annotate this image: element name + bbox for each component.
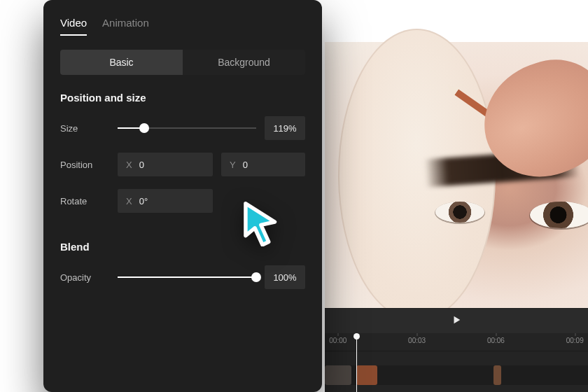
playback-bar <box>325 308 588 333</box>
timeline-clip[interactable] <box>325 365 351 385</box>
position-x-label: X <box>126 160 132 170</box>
timeline-ruler[interactable]: 00:00 00:03 00:06 00:09 <box>325 333 588 351</box>
position-y-input[interactable]: Y 0 <box>221 153 305 176</box>
timeline[interactable]: 00:00 00:03 00:06 00:09 <box>325 333 588 392</box>
position-y-value: 0 <box>243 160 248 170</box>
section-position-size: Position and size <box>60 92 305 104</box>
play-icon[interactable] <box>451 315 461 328</box>
slider-fill <box>118 276 256 278</box>
position-label: Position <box>60 160 109 170</box>
size-slider[interactable] <box>118 121 256 135</box>
subtab-background[interactable]: Background <box>183 50 305 75</box>
properties-panel: Video Animation Basic Background Positio… <box>43 0 322 392</box>
preview-canvas[interactable] <box>325 42 588 308</box>
timeline-clip[interactable] <box>356 365 377 385</box>
position-y-label: Y <box>230 160 236 170</box>
preview-image <box>325 42 588 308</box>
ruler-tick: 00:09 <box>566 337 584 344</box>
section-blend: Blend <box>60 241 305 253</box>
rotate-x-label: X <box>126 196 132 206</box>
preview-content-eye-right <box>530 202 588 228</box>
tab-video[interactable]: Video <box>60 13 87 36</box>
size-value[interactable]: 119% <box>265 116 305 140</box>
position-x-value: 0 <box>139 160 144 170</box>
subtab-segment: Basic Background <box>60 50 305 75</box>
opacity-slider[interactable] <box>118 270 256 284</box>
subtab-basic[interactable]: Basic <box>60 50 183 75</box>
ruler-tick: 00:06 <box>487 337 505 344</box>
timeline-clip[interactable] <box>493 365 501 385</box>
slider-thumb[interactable] <box>251 272 261 282</box>
preview-content-eye-left <box>435 202 484 223</box>
ruler-tick: 00:00 <box>329 337 346 344</box>
opacity-value[interactable]: 100% <box>265 265 305 289</box>
position-x-input[interactable]: X 0 <box>118 153 213 176</box>
panel-tabs: Video Animation <box>60 13 305 36</box>
slider-thumb[interactable] <box>139 123 149 133</box>
timeline-playhead[interactable] <box>356 333 357 392</box>
rotate-x-value: 0° <box>139 196 148 206</box>
tab-animation[interactable]: Animation <box>102 13 149 36</box>
rotate-label: Rotate <box>60 196 109 206</box>
size-label: Size <box>60 123 109 134</box>
opacity-label: Opacity <box>60 272 109 283</box>
rotate-x-input[interactable]: X 0° <box>118 189 213 213</box>
ruler-tick: 00:03 <box>408 337 426 344</box>
